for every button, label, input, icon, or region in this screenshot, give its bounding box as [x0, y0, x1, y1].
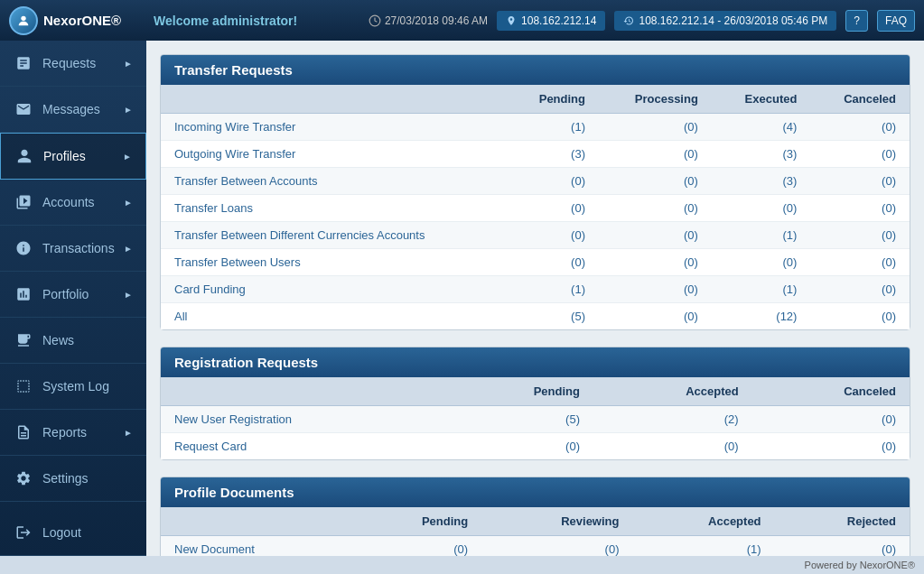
header-datetime: 27/03/2018 09:46 AM [385, 14, 488, 27]
table-row: Outgoing Wire Transfer (3) (0) (3) (0) [161, 141, 910, 168]
profile-documents-section: Profile Documents Pending Reviewing Acce… [160, 477, 910, 556]
logo-text: NexorONE® [43, 13, 121, 28]
row-link[interactable]: New Document [174, 542, 255, 556]
row-label: Transfer Loans [161, 195, 508, 222]
row-processing: (0) [599, 303, 712, 330]
transactions-icon [14, 238, 33, 258]
row-link[interactable]: Transfer Between Accounts [174, 174, 318, 188]
sidebar-item-profiles[interactable]: Profiles ► [0, 133, 146, 180]
sidebar-label-settings: Settings [42, 471, 133, 486]
row-pending: (0) [448, 433, 593, 460]
header-ip: 108.162.212.14 [497, 11, 605, 31]
table-row: Transfer Between Accounts (0) (0) (3) (0… [161, 168, 910, 195]
sidebar-label-reports: Reports [42, 425, 115, 440]
row-pending: (3) [508, 141, 599, 168]
sidebar-label-requests: Requests [42, 56, 115, 70]
arrow-icon: ► [124, 198, 133, 208]
row-label: New User Registration [161, 406, 448, 433]
row-pending: (5) [448, 406, 593, 433]
arrow-icon: ► [124, 59, 133, 69]
row-link[interactable]: Transfer Between Different Currencies Ac… [174, 228, 425, 242]
row-link[interactable]: Request Card [174, 440, 247, 453]
sidebar-item-news[interactable]: News [0, 318, 146, 364]
row-label: Card Funding [161, 276, 508, 303]
row-label: Transfer Between Users [161, 249, 508, 276]
row-link[interactable]: All [174, 310, 187, 323]
row-processing: (0) [599, 249, 712, 276]
footer: Powered by NexorONE® [0, 556, 924, 574]
row-processing: (0) [599, 222, 712, 249]
row-accepted: (1) [632, 536, 774, 557]
col-type [161, 377, 448, 406]
row-canceled: (0) [810, 303, 910, 330]
row-processing: (0) [599, 195, 712, 222]
sidebar-item-logout[interactable]: Logout [0, 510, 146, 556]
sidebar-item-portfolio[interactable]: Portfolio ► [0, 272, 146, 318]
sidebar-item-transactions[interactable]: Transactions ► [0, 226, 146, 272]
row-executed: (12) [712, 303, 811, 330]
table-row: New User Registration (5) (2) (0) [161, 406, 910, 433]
registration-requests-section: Registration Requests Pending Accepted C… [160, 347, 910, 460]
arrow-icon: ► [124, 105, 133, 115]
row-link[interactable]: Card Funding [174, 282, 246, 296]
row-pending: (0) [508, 222, 599, 249]
sidebar-label-transactions: Transactions [42, 241, 115, 255]
row-accepted: (2) [593, 406, 752, 433]
row-link[interactable]: Outgoing Wire Transfer [174, 147, 295, 161]
row-label: Request Card [161, 433, 448, 460]
col-canceled: Canceled [752, 377, 910, 406]
row-label: Transfer Between Accounts [161, 168, 508, 195]
row-rejected: (0) [775, 536, 910, 557]
sidebar-item-settings[interactable]: Settings [0, 456, 146, 502]
row-pending: (0) [508, 249, 599, 276]
row-canceled: (0) [810, 222, 910, 249]
arrow-icon: ► [124, 428, 133, 438]
sidebar-item-requests[interactable]: Requests ► [0, 41, 146, 87]
news-icon [14, 330, 33, 350]
requests-icon [14, 53, 33, 73]
registration-requests-header: Registration Requests [161, 347, 910, 377]
arrow-icon: ► [124, 290, 133, 300]
sidebar-item-systemlog[interactable]: System Log [0, 364, 146, 410]
portfolio-icon [14, 284, 33, 304]
logo: NexorONE® [9, 6, 145, 35]
col-reviewing: Reviewing [481, 507, 632, 536]
sidebar-label-portfolio: Portfolio [42, 287, 115, 301]
row-processing: (0) [599, 168, 712, 195]
transfer-requests-header: Transfer Requests [161, 55, 910, 85]
faq-button[interactable]: FAQ [877, 10, 915, 32]
sidebar-item-accounts[interactable]: Accounts ► [0, 180, 146, 226]
footer-text: Powered by NexorONE® [805, 560, 915, 570]
col-accepted: Accepted [632, 507, 774, 536]
row-link[interactable]: Transfer Loans [174, 201, 253, 215]
table-row: All (5) (0) (12) (0) [161, 303, 910, 330]
header: NexorONE® Welcome administrator! 27/03/2… [0, 0, 924, 41]
col-canceled: Canceled [810, 85, 910, 114]
header-history-text: 108.162.212.14 - 26/03/2018 05:46 PM [639, 14, 827, 27]
row-executed: (4) [712, 114, 811, 141]
row-link[interactable]: New User Registration [174, 412, 292, 426]
sidebar-spacer [0, 502, 146, 510]
help-button[interactable]: ? [845, 10, 868, 32]
messages-icon [14, 99, 33, 119]
row-canceled: (0) [810, 168, 910, 195]
row-processing: (0) [599, 276, 712, 303]
row-canceled: (0) [810, 114, 910, 141]
reports-icon [14, 422, 33, 442]
row-link[interactable]: Incoming Wire Transfer [174, 120, 295, 134]
table-row: Incoming Wire Transfer (1) (0) (4) (0) [161, 114, 910, 141]
row-canceled: (0) [752, 433, 910, 460]
table-row: Request Card (0) (0) (0) [161, 433, 910, 460]
row-label: Outgoing Wire Transfer [161, 141, 508, 168]
sidebar-label-news: News [42, 333, 133, 347]
sidebar-item-reports[interactable]: Reports ► [0, 410, 146, 456]
row-canceled: (0) [810, 276, 910, 303]
sidebar-item-messages[interactable]: Messages ► [0, 87, 146, 133]
row-pending: (0) [508, 195, 599, 222]
registration-requests-table: Pending Accepted Canceled New User Regis… [161, 377, 910, 459]
transfer-requests-section: Transfer Requests Pending Processing Exe… [160, 54, 910, 330]
arrow-icon: ► [124, 244, 133, 254]
row-executed: (0) [712, 195, 811, 222]
row-link[interactable]: Transfer Between Users [174, 255, 301, 269]
col-pending: Pending [448, 377, 593, 406]
